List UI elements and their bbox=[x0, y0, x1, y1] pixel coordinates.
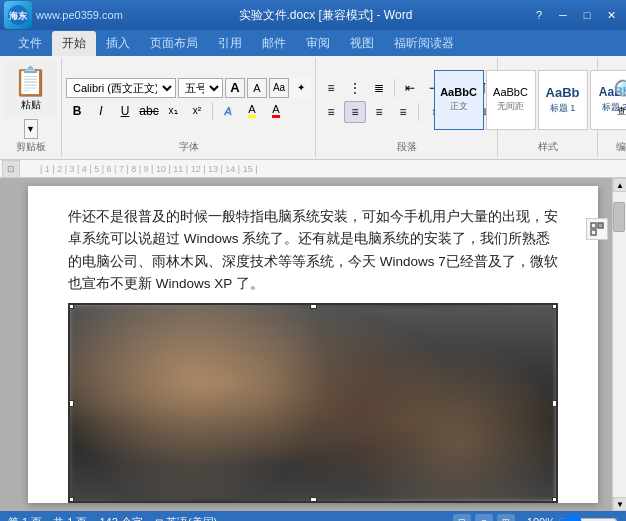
handle-tl[interactable] bbox=[68, 303, 74, 309]
help-button[interactable]: ? bbox=[528, 6, 550, 24]
clipboard-label: 剪贴板 bbox=[4, 139, 57, 155]
svg-text:海东: 海东 bbox=[9, 10, 28, 21]
tab-references[interactable]: 引用 bbox=[208, 31, 252, 56]
font-content: Calibri (西文正文) 五号 A A Aa ✦ B I U abc x₁ bbox=[66, 60, 311, 139]
paste-options-btn[interactable]: ▼ bbox=[24, 119, 38, 139]
bullets-button[interactable]: ≡ bbox=[320, 77, 342, 99]
app-logo: 海东 www.pe0359.com bbox=[4, 1, 123, 29]
editing-group: 🔍 查找 编辑 bbox=[598, 58, 626, 157]
align-center-button[interactable]: ≡ bbox=[344, 101, 366, 123]
shrink-font-button[interactable]: A bbox=[247, 78, 267, 98]
multilevel-button[interactable]: ≣ bbox=[368, 77, 390, 99]
status-bar: 第 1 页，共 1 页 142 个字 ⊡ 英语(美国) ⊡ ≡ ⊞ 100% bbox=[0, 511, 626, 521]
maximize-button[interactable]: □ bbox=[576, 6, 598, 24]
font-color-button[interactable]: A bbox=[265, 100, 287, 122]
clipboard-group: 📋 粘贴 ▼ 剪贴板 bbox=[0, 58, 62, 157]
bold-button[interactable]: B bbox=[66, 100, 88, 122]
document-image[interactable] bbox=[68, 303, 558, 503]
clear-format-button[interactable]: ✦ bbox=[291, 78, 311, 98]
ruler-corner-button[interactable]: ⊡ bbox=[2, 160, 20, 178]
language-icon: ⊡ bbox=[155, 517, 163, 522]
superscript-button[interactable]: x² bbox=[186, 100, 208, 122]
numbering-button[interactable]: ⋮ bbox=[344, 77, 366, 99]
layout-icon bbox=[590, 222, 604, 236]
site-label: www.pe0359.com bbox=[36, 9, 123, 21]
handle-mr[interactable] bbox=[552, 400, 558, 407]
handle-bc[interactable] bbox=[310, 497, 317, 503]
tab-view[interactable]: 视图 bbox=[340, 31, 384, 56]
italic-button[interactable]: I bbox=[90, 100, 112, 122]
font-controls: Calibri (西文正文) 五号 A A Aa ✦ B I U abc x₁ bbox=[66, 78, 311, 122]
ruler: ⊡ | 1 | 2 | 3 | 4 | 5 | 6 | 7 | 8 | 9 | … bbox=[0, 160, 626, 178]
font-row1: Calibri (西文正文) 五号 A A Aa ✦ bbox=[66, 78, 311, 98]
ruler-marks: | 1 | 2 | 3 | 4 | 5 | 6 | 7 | 8 | 9 | 10… bbox=[40, 164, 258, 174]
document-text: 件还不是很普及的时候一般特指电脑系统安装，可如今手机用户大量的出现，安卓系统可以… bbox=[68, 206, 558, 295]
tab-mailings[interactable]: 邮件 bbox=[252, 31, 296, 56]
scroll-up-button[interactable]: ▲ bbox=[613, 178, 626, 192]
page-info: 第 1 页，共 1 页 bbox=[8, 515, 87, 522]
paragraph-group-label: 段落 bbox=[320, 139, 493, 155]
read-view-button[interactable]: ≡ bbox=[475, 514, 493, 521]
style-heading1[interactable]: AaBb 标题 1 bbox=[538, 70, 588, 130]
tab-insert[interactable]: 插入 bbox=[96, 31, 140, 56]
style-noSpacing[interactable]: AaBbC 无间距 bbox=[486, 70, 536, 130]
strikethrough-button[interactable]: abc bbox=[138, 100, 160, 122]
grow-font-button[interactable]: A bbox=[225, 78, 245, 98]
paste-label: 粘贴 bbox=[21, 98, 41, 112]
svg-rect-2 bbox=[591, 223, 596, 228]
font-group-label: 字体 bbox=[66, 139, 311, 155]
language-label: 英语(美国) bbox=[166, 515, 217, 522]
highlight-button[interactable]: A bbox=[241, 100, 263, 122]
style-normal[interactable]: AaBbC 正文 bbox=[434, 70, 484, 130]
paste-icon: 📋 bbox=[13, 65, 48, 98]
window-controls: ? ─ □ ✕ bbox=[528, 6, 622, 24]
font-family-select[interactable]: Calibri (西文正文) bbox=[66, 78, 176, 98]
decrease-indent-button[interactable]: ⇤ bbox=[399, 77, 421, 99]
scrollbar-track[interactable] bbox=[613, 192, 626, 497]
clipboard-content: 📋 粘贴 ▼ bbox=[4, 60, 57, 139]
document-area: 件还不是很普及的时候一般特指电脑系统安装，可如今手机用户大量的出现，安卓系统可以… bbox=[0, 178, 626, 511]
styles-group: AaBbC 正文 AaBbC 无间距 AaBb 标题 1 AaBb 标题 2 ▲ bbox=[498, 58, 598, 157]
tab-file[interactable]: 文件 bbox=[8, 31, 52, 56]
paste-button[interactable]: 📋 粘贴 bbox=[4, 60, 57, 117]
handle-tc[interactable] bbox=[310, 303, 317, 309]
image-overlay bbox=[70, 305, 556, 501]
zoom-bar: 100% bbox=[527, 516, 618, 521]
handle-br[interactable] bbox=[552, 497, 558, 503]
language-indicator[interactable]: ⊡ 英语(美国) bbox=[155, 515, 217, 522]
find-button[interactable]: 🔍 查找 bbox=[606, 74, 626, 124]
tab-home[interactable]: 开始 bbox=[52, 31, 96, 56]
underline-button[interactable]: U bbox=[114, 100, 136, 122]
handle-ml[interactable] bbox=[68, 400, 74, 407]
editing-controls: 🔍 查找 bbox=[602, 70, 626, 130]
title-bar: 海东 www.pe0359.com 实验文件.docx [兼容模式] - Wor… bbox=[0, 0, 626, 30]
font-group: Calibri (西文正文) 五号 A A Aa ✦ B I U abc x₁ bbox=[62, 58, 316, 157]
ribbon: 📋 粘贴 ▼ 剪贴板 Calibri (西文正文) 五号 bbox=[0, 56, 626, 160]
font-row2: B I U abc x₁ x² A A A bbox=[66, 100, 311, 122]
print-view-button[interactable]: ⊡ bbox=[453, 514, 471, 521]
change-case-button[interactable]: Aa bbox=[269, 78, 289, 98]
web-view-button[interactable]: ⊞ bbox=[497, 514, 515, 521]
scrollbar-thumb[interactable] bbox=[613, 202, 625, 232]
subscript-button[interactable]: x₁ bbox=[162, 100, 184, 122]
svg-rect-3 bbox=[598, 223, 603, 228]
align-right-button[interactable]: ≡ bbox=[368, 101, 390, 123]
document-page[interactable]: 件还不是很普及的时候一般特指电脑系统安装，可如今手机用户大量的出现，安卓系统可以… bbox=[28, 186, 598, 503]
font-size-select[interactable]: 五号 bbox=[178, 78, 223, 98]
scroll-down-button[interactable]: ▼ bbox=[613, 497, 626, 511]
tab-review[interactable]: 审阅 bbox=[296, 31, 340, 56]
handle-bl[interactable] bbox=[68, 497, 74, 503]
editing-group-label: 编辑 bbox=[602, 139, 626, 155]
handle-tr[interactable] bbox=[552, 303, 558, 309]
ribbon-tab-bar: 文件 开始 插入 页面布局 引用 邮件 审阅 视图 福昕阅读器 bbox=[0, 30, 626, 56]
text-effects-button[interactable]: A bbox=[217, 100, 239, 122]
close-button[interactable]: ✕ bbox=[600, 6, 622, 24]
minimize-button[interactable]: ─ bbox=[552, 6, 574, 24]
mini-layout-button[interactable] bbox=[586, 218, 608, 240]
tab-acrobat[interactable]: 福昕阅读器 bbox=[384, 31, 464, 56]
tab-layout[interactable]: 页面布局 bbox=[140, 31, 208, 56]
editing-content: 🔍 查找 bbox=[602, 60, 626, 139]
justify-button[interactable]: ≡ bbox=[392, 101, 414, 123]
align-left-button[interactable]: ≡ bbox=[320, 101, 342, 123]
zoom-slider[interactable] bbox=[558, 517, 618, 521]
